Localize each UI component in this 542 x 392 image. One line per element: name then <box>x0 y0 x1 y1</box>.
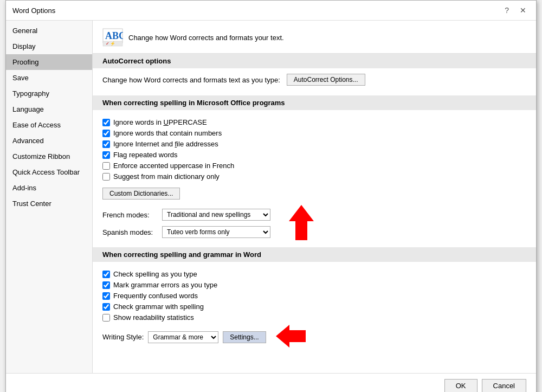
ok-button[interactable]: OK <box>444 379 478 392</box>
checkbox-frequently-confused-label: Frequently confused words <box>113 292 198 300</box>
sidebar-item-ease-of-access[interactable]: Ease of Access <box>6 117 92 133</box>
sidebar-item-quick-access-toolbar[interactable]: Quick Access Toolbar <box>6 164 92 180</box>
custom-dictionaries-button[interactable]: Custom Dictionaries... <box>102 188 180 200</box>
french-modes-label: French modes: <box>102 211 162 219</box>
title-bar-buttons: ? ✕ <box>501 5 530 16</box>
sidebar: GeneralDisplayProofingSaveTypographyLang… <box>6 21 93 373</box>
checkbox-row-5: Enforce accented uppercase in French <box>102 162 526 170</box>
dialog-body: GeneralDisplayProofingSaveTypographyLang… <box>6 21 536 373</box>
autocorrect-desc-text: Change how Word corrects and formats tex… <box>102 76 280 84</box>
sidebar-item-language[interactable]: Language <box>6 101 92 117</box>
checkbox-flag-repeated[interactable] <box>102 151 110 159</box>
checkbox-suggest-main[interactable] <box>102 173 110 181</box>
writing-style-select[interactable]: Grammar & more Grammar only <box>148 331 218 343</box>
checkbox-show-readability-label: Show readability statistics <box>113 313 194 322</box>
header-area: ABC ✓ ⚡ Change how Word corrects and for… <box>93 21 536 54</box>
checkbox-check-grammar[interactable] <box>102 303 110 311</box>
main-content: ABC ✓ ⚡ Change how Word corrects and for… <box>93 21 536 373</box>
spanish-modes-row: Spanish modes: Tuteo verb forms only Tut… <box>102 226 270 238</box>
sidebar-item-proofing[interactable]: Proofing <box>6 54 92 70</box>
french-modes-select[interactable]: Traditional and new spellings Traditiona… <box>162 209 270 221</box>
checkbox-check-spelling-label: Check spelling as you type <box>113 270 197 278</box>
word-options-dialog: Word Options ? ✕ GeneralDisplayProofingS… <box>5 0 537 392</box>
checkbox-ignore-internet[interactable] <box>102 140 110 148</box>
checkbox-row-10: Check grammar with spelling <box>102 303 526 311</box>
spelling-ms-section-content: Ignore words in UPPERCASE Ignore words t… <box>93 110 536 247</box>
checkbox-ignore-uppercase-label: Ignore words in UPPERCASE <box>113 118 207 126</box>
checkbox-row-3: Ignore Internet and file addresses <box>102 140 526 148</box>
modes-and-arrow: French modes: Traditional and new spelli… <box>102 205 526 242</box>
spelling-word-section-content: Check spelling as you type Mark grammar … <box>93 262 536 355</box>
checkbox-row-11: Show readability statistics <box>102 313 526 322</box>
autocorrect-options-button[interactable]: AutoCorrect Options... <box>287 74 365 86</box>
checkbox-row-2: Ignore words that contain numbers <box>102 129 526 137</box>
header-text: Change how Word corrects and formats you… <box>128 34 284 42</box>
checkbox-mark-grammar[interactable] <box>102 281 110 289</box>
svg-text:⚡: ⚡ <box>110 41 115 46</box>
spanish-modes-select[interactable]: Tuteo verb forms only Tuteo and Voseo ve… <box>162 226 270 238</box>
writing-style-row: Writing Style: Grammar & more Grammar on… <box>102 325 526 349</box>
svg-marker-6 <box>276 325 306 348</box>
checkbox-ignore-numbers[interactable] <box>102 130 110 137</box>
checkbox-row-1: Ignore words in UPPERCASE <box>102 118 526 126</box>
checkbox-row-8: Mark grammar errors as you type <box>102 281 526 289</box>
red-arrow-left-icon <box>276 325 306 349</box>
checkbox-ignore-uppercase[interactable] <box>102 119 110 126</box>
autocorrect-desc: Change how Word corrects and formats tex… <box>102 74 526 86</box>
checkbox-check-spelling[interactable] <box>102 271 110 278</box>
sidebar-item-general[interactable]: General <box>6 23 92 38</box>
sidebar-item-save[interactable]: Save <box>6 70 92 86</box>
settings-button[interactable]: Settings... <box>223 331 266 343</box>
checkbox-enforce-accented-label: Enforce accented uppercase in French <box>113 162 234 170</box>
svg-text:✓: ✓ <box>106 41 109 46</box>
checkbox-frequently-confused[interactable] <box>102 292 110 300</box>
checkbox-row-6: Suggest from main dictionary only <box>102 172 526 181</box>
checkbox-row-9: Frequently confused words <box>102 292 526 300</box>
sidebar-item-add-ins[interactable]: Add-ins <box>6 180 92 196</box>
help-button[interactable]: ? <box>501 5 512 16</box>
checkbox-mark-grammar-label: Mark grammar errors as you type <box>113 281 217 289</box>
svg-text:ABC: ABC <box>105 30 123 41</box>
sidebar-item-advanced[interactable]: Advanced <box>6 133 92 149</box>
checkbox-row-7: Check spelling as you type <box>102 270 526 278</box>
close-button[interactable]: ✕ <box>517 5 530 16</box>
checkbox-enforce-accented[interactable] <box>102 162 110 170</box>
dialog-footer: OK Cancel <box>6 373 536 392</box>
sidebar-item-customize-ribbon[interactable]: Customize Ribbon <box>6 149 92 164</box>
checkbox-show-readability[interactable] <box>102 314 110 322</box>
sidebar-item-display[interactable]: Display <box>6 38 92 54</box>
cancel-button[interactable]: Cancel <box>482 379 526 392</box>
checkbox-suggest-main-label: Suggest from main dictionary only <box>113 172 220 181</box>
svg-marker-5 <box>289 205 314 240</box>
writing-style-label: Writing Style: <box>102 333 144 341</box>
checkbox-row-4: Flag repeated words <box>102 151 526 159</box>
autocorrect-section-content: Change how Word corrects and formats tex… <box>93 68 536 95</box>
french-modes-row: French modes: Traditional and new spelli… <box>102 209 270 221</box>
sidebar-item-trust-center[interactable]: Trust Center <box>6 196 92 211</box>
sidebar-item-typography[interactable]: Typography <box>6 86 92 101</box>
checkbox-check-grammar-label: Check grammar with spelling <box>113 303 204 311</box>
checkbox-flag-repeated-label: Flag repeated words <box>113 151 178 159</box>
spanish-modes-label: Spanish modes: <box>102 228 162 236</box>
dialog-title: Word Options <box>12 7 55 15</box>
custom-dict-btn-wrapper: Custom Dictionaries... <box>102 188 180 200</box>
title-bar: Word Options ? ✕ <box>6 1 536 21</box>
autocorrect-section-header: AutoCorrect options <box>93 54 536 68</box>
checkbox-ignore-numbers-label: Ignore words that contain numbers <box>113 129 222 137</box>
modes-wrapper: French modes: Traditional and new spelli… <box>102 206 270 241</box>
abc-icon: ABC ✓ ⚡ <box>102 28 123 47</box>
spelling-word-section-header: When correcting spelling and grammar in … <box>93 247 536 262</box>
checkbox-ignore-internet-label: Ignore Internet and file addresses <box>113 140 218 148</box>
red-arrow-down-icon <box>287 205 317 242</box>
spelling-ms-section-header: When correcting spelling in Microsoft Of… <box>93 95 536 110</box>
